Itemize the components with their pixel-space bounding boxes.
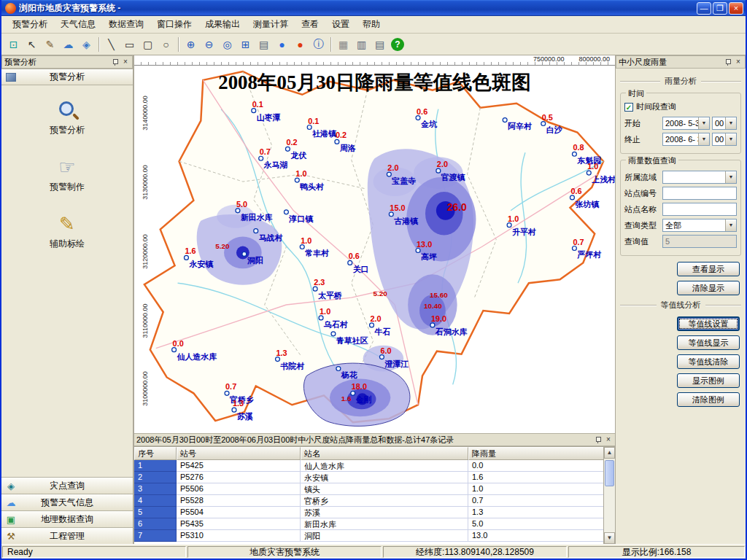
- table-scrollbar[interactable]: ▲ ▼: [603, 447, 615, 544]
- print-icon[interactable]: ▥: [353, 36, 370, 52]
- station-marker[interactable]: [276, 357, 280, 362]
- pan-icon[interactable]: ◎: [219, 36, 236, 52]
- minimize-button[interactable]: —: [697, 2, 711, 15]
- table-column-header[interactable]: 站号: [177, 447, 301, 460]
- station-marker[interactable]: [389, 212, 393, 217]
- table-column-header[interactable]: 降雨量: [468, 447, 607, 460]
- station-marker[interactable]: [430, 323, 435, 327]
- menu-item[interactable]: 预警分析: [6, 16, 54, 33]
- sidebar-group-button[interactable]: ▣地理数据查询: [1, 510, 133, 527]
- action-button[interactable]: 清除显示: [677, 281, 740, 295]
- table-row[interactable]: 4P5528官桥乡0.7: [134, 495, 603, 507]
- export-page-icon[interactable]: ▤: [255, 36, 272, 52]
- menu-item[interactable]: 成果输出: [198, 16, 247, 33]
- station-marker[interactable]: [307, 125, 311, 130]
- flash-icon[interactable]: ◈: [78, 36, 95, 52]
- chevron-down-icon[interactable]: ▼: [698, 117, 709, 129]
- table-row[interactable]: 1P5425仙人造水库0.0: [134, 460, 603, 472]
- menu-item[interactable]: 窗口操作: [150, 16, 198, 33]
- station-marker[interactable]: [507, 223, 511, 228]
- station-name-input[interactable]: [662, 203, 737, 216]
- end-date-select[interactable]: 2008- 6- 3 ▼: [662, 133, 710, 146]
- table-row[interactable]: 3P5506镇头1.0: [134, 483, 603, 495]
- table-row[interactable]: 6P5435新田水库5.0: [134, 518, 603, 530]
- time-range-checkbox[interactable]: ✓: [624, 103, 633, 112]
- station-marker[interactable]: [236, 209, 240, 213]
- station-marker[interactable]: [387, 172, 391, 176]
- globe-icon[interactable]: ●: [274, 36, 290, 52]
- station-marker[interactable]: [348, 260, 352, 265]
- tool-item-pencil[interactable]: 辅助标绘: [34, 212, 100, 250]
- print-preview-icon[interactable]: ▤: [371, 36, 388, 52]
- station-marker[interactable]: [436, 168, 441, 173]
- basin-select[interactable]: ▼: [662, 171, 737, 184]
- sidebar-group-button[interactable]: ◈灾点查询: [1, 477, 133, 494]
- menu-item[interactable]: 设置: [325, 16, 356, 33]
- station-marker[interactable]: [300, 245, 304, 249]
- station-marker[interactable]: [184, 255, 188, 260]
- close-icon[interactable]: ×: [121, 58, 130, 66]
- station-marker[interactable]: [313, 287, 317, 291]
- maximize-button[interactable]: ❐: [713, 2, 727, 15]
- tool-item-magnifier[interactable]: 预警分析: [34, 98, 100, 136]
- table-column-header[interactable]: 站名: [301, 447, 468, 460]
- station-marker[interactable]: [503, 118, 507, 122]
- chevron-down-icon[interactable]: ▼: [725, 133, 736, 145]
- zoom-in-icon[interactable]: ⊕: [182, 36, 199, 52]
- station-marker[interactable]: [252, 109, 256, 113]
- map-svg[interactable]: 2008年05月30日降雨量等值线色斑图 山枣潭0.1社港镇0.1龙伏0.2周洛…: [134, 66, 615, 433]
- scrollbar-thumb[interactable]: [605, 460, 614, 486]
- station-marker[interactable]: [172, 348, 177, 352]
- station-marker[interactable]: [572, 246, 576, 251]
- ellipse-tool-icon[interactable]: ○: [158, 36, 174, 52]
- cloud-icon[interactable]: ☁: [60, 36, 77, 52]
- map-viewport[interactable]: 2008年05月30日降雨量等值线色斑图 山枣潭0.1社港镇0.1龙伏0.2周洛…: [134, 66, 615, 433]
- roundrect-tool-icon[interactable]: ▢: [139, 36, 156, 52]
- select-region-icon[interactable]: ⊡: [5, 36, 22, 52]
- station-marker[interactable]: [541, 122, 546, 126]
- sidebar-group-button[interactable]: ⚒工程管理: [1, 527, 133, 544]
- menu-item[interactable]: 天气信息: [54, 16, 102, 33]
- tool-item-hand[interactable]: 预警制作: [34, 155, 100, 193]
- station-marker[interactable]: [319, 316, 323, 320]
- close-button[interactable]: ×: [729, 2, 743, 15]
- zoom-out-icon[interactable]: ⊖: [201, 36, 217, 52]
- station-marker[interactable]: [254, 229, 258, 233]
- end-hour-select[interactable]: 00 ▼: [712, 133, 737, 146]
- close-icon[interactable]: ×: [604, 435, 613, 444]
- pin-icon[interactable]: [595, 436, 602, 444]
- contour-button[interactable]: 等值线设置: [677, 316, 740, 331]
- query-type-select[interactable]: 全部 ▼: [662, 219, 737, 232]
- menu-item[interactable]: 测量计算: [247, 16, 295, 33]
- start-date-select[interactable]: 2008- 5-30 ▼: [662, 117, 710, 130]
- scroll-up-icon[interactable]: ▲: [604, 447, 615, 459]
- contour-button[interactable]: 等值线显示: [677, 335, 740, 350]
- table-row[interactable]: 2P5276永安镇1.6: [134, 472, 603, 483]
- line-tool-icon[interactable]: ╲: [103, 36, 120, 52]
- chevron-down-icon[interactable]: ▼: [725, 219, 736, 231]
- station-marker[interactable]: [259, 156, 263, 160]
- menu-item[interactable]: 查看: [295, 16, 325, 33]
- station-marker[interactable]: [331, 332, 336, 336]
- station-marker[interactable]: [370, 323, 374, 327]
- chevron-down-icon[interactable]: ▼: [698, 133, 709, 145]
- station-marker[interactable]: [285, 147, 290, 151]
- station-id-input[interactable]: [662, 187, 737, 200]
- station-marker[interactable]: [570, 195, 574, 200]
- sidebar-group-button[interactable]: ☁预警天气信息: [1, 494, 133, 510]
- start-hour-select[interactable]: 00 ▼: [712, 117, 737, 130]
- station-data-table[interactable]: 序号站号站名降雨量 1P5425仙人造水库0.02P5276永安镇1.63P55…: [134, 447, 603, 544]
- station-marker[interactable]: [232, 408, 236, 412]
- pen-tool-icon[interactable]: ✎: [42, 36, 58, 52]
- contour-button[interactable]: 清除图例: [677, 392, 740, 407]
- station-marker[interactable]: [295, 178, 299, 182]
- station-marker[interactable]: [572, 152, 576, 156]
- station-marker[interactable]: [416, 116, 420, 120]
- station-marker[interactable]: [284, 210, 288, 214]
- layout-window-icon[interactable]: ▦: [335, 36, 352, 52]
- record-icon[interactable]: ●: [292, 36, 309, 52]
- station-marker[interactable]: [416, 249, 420, 253]
- table-column-header[interactable]: 序号: [134, 447, 177, 460]
- close-icon[interactable]: ×: [734, 58, 743, 66]
- left-panel-group-header[interactable]: 预警分析: [1, 69, 133, 85]
